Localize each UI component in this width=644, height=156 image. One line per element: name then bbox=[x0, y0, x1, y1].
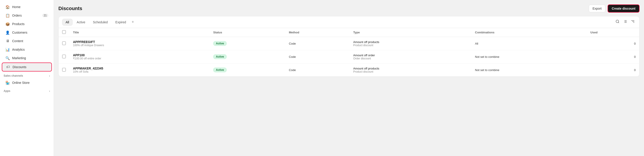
sidebar-item-label: Marketing bbox=[12, 56, 26, 60]
sidebar-item-orders[interactable]: 📋 Orders 21 bbox=[2, 11, 52, 19]
sidebar-item-label: Content bbox=[12, 39, 23, 43]
home-icon: 🏠 bbox=[6, 5, 10, 9]
sidebar-item-marketing[interactable]: 🔍 Marketing bbox=[2, 54, 52, 62]
header-actions: Export Create discount bbox=[589, 4, 640, 12]
title-col-header: Title bbox=[70, 28, 210, 37]
status-cell: Active bbox=[210, 37, 285, 50]
tab-scheduled[interactable]: Scheduled bbox=[90, 19, 111, 25]
search-icon bbox=[616, 19, 620, 23]
chevron-right-icon: › bbox=[49, 89, 50, 93]
analytics-icon: 📊 bbox=[6, 47, 10, 52]
status-cell: Active bbox=[210, 63, 285, 77]
select-all-checkbox[interactable] bbox=[62, 30, 66, 34]
add-tab-button[interactable]: + bbox=[130, 20, 136, 24]
sidebar-item-label: Online Store bbox=[12, 81, 30, 85]
content-icon: 🖥 bbox=[6, 39, 10, 43]
create-discount-button[interactable]: Create discount bbox=[608, 4, 640, 12]
row-checkbox-cell bbox=[58, 50, 70, 63]
sidebar: 🏠 Home 📋 Orders 21 📦 Products 👤 Customer… bbox=[0, 0, 54, 156]
combinations-cell: Not set to combine bbox=[471, 50, 587, 63]
tabs-right bbox=[614, 19, 636, 25]
discounts-icon: 🏷 bbox=[6, 65, 10, 69]
status-badge: Active bbox=[213, 54, 226, 59]
sidebar-item-online-store[interactable]: 🏪 Online Store bbox=[2, 79, 52, 87]
chevron-right-icon: › bbox=[49, 74, 50, 78]
sidebar-item-label: Discounts bbox=[12, 65, 26, 69]
sidebar-item-home[interactable]: 🏠 Home bbox=[2, 3, 52, 11]
status-col-header: Status bbox=[210, 28, 285, 37]
sidebar-item-analytics[interactable]: 📊 Analytics bbox=[2, 45, 52, 54]
svg-point-0 bbox=[616, 20, 619, 23]
table-row[interactable]: APPFREEGIFT 100% off Antique Drawers Act… bbox=[58, 37, 639, 50]
used-cell: 0 bbox=[587, 50, 639, 63]
customers-icon: 👤 bbox=[6, 30, 10, 35]
filter-icon bbox=[623, 19, 627, 23]
title-cell: APP100 ₹100.00 off entire order bbox=[70, 50, 210, 63]
sidebar-item-label: Customers bbox=[12, 31, 28, 34]
row-checkbox[interactable] bbox=[62, 55, 66, 58]
used-col-header: Used bbox=[587, 28, 639, 37]
table-row[interactable]: APP100 ₹100.00 off entire order Active C… bbox=[58, 50, 639, 63]
products-icon: 📦 bbox=[6, 22, 10, 26]
sort-button[interactable] bbox=[630, 19, 636, 25]
sort-icon bbox=[631, 19, 635, 23]
used-cell: 0 bbox=[587, 37, 639, 50]
sales-channels-label: Sales channels bbox=[4, 74, 23, 77]
status-badge: Active bbox=[213, 41, 226, 46]
type-cell: Amount off products Product discount bbox=[350, 37, 471, 50]
row-checkbox[interactable] bbox=[62, 68, 66, 71]
discounts-card: All Active Scheduled Expired + bbox=[58, 16, 640, 77]
method-cell: Code bbox=[285, 50, 350, 63]
sales-channels-section: Sales channels › bbox=[0, 72, 54, 78]
method-cell: Code bbox=[285, 63, 350, 77]
sidebar-item-label: Orders bbox=[12, 14, 22, 17]
select-all-col bbox=[58, 28, 70, 37]
type-cell: Amount off products Product discount bbox=[350, 63, 471, 77]
used-cell: 0 bbox=[587, 63, 639, 77]
status-cell: Active bbox=[210, 50, 285, 63]
type-cell: Amount off order Order discount bbox=[350, 50, 471, 63]
tab-expired[interactable]: Expired bbox=[112, 19, 129, 25]
tabs-left: All Active Scheduled Expired + bbox=[62, 19, 136, 25]
apps-section: Apps › bbox=[0, 87, 54, 94]
tabs-bar: All Active Scheduled Expired + bbox=[58, 16, 639, 28]
svg-line-1 bbox=[618, 22, 619, 23]
discounts-table: Title Status Method Type Combinations bbox=[58, 28, 639, 76]
page-header: Discounts Export Create discount bbox=[58, 4, 640, 12]
orders-badge: 21 bbox=[42, 14, 48, 17]
method-col-header: Method bbox=[285, 28, 350, 37]
apps-label: Apps bbox=[4, 89, 10, 93]
combinations-cell: All bbox=[471, 37, 587, 50]
marketing-icon: 🔍 bbox=[6, 56, 10, 60]
title-cell: APPMAKER_422345 10% off Sofa bbox=[70, 63, 210, 77]
search-button[interactable] bbox=[614, 19, 620, 25]
sidebar-item-label: Home bbox=[12, 5, 20, 9]
table-row[interactable]: APPMAKER_422345 10% off Sofa Active Code… bbox=[58, 63, 639, 77]
page-title: Discounts bbox=[58, 5, 82, 11]
row-checkbox-cell bbox=[58, 37, 70, 50]
sidebar-item-content[interactable]: 🖥 Content bbox=[2, 37, 52, 45]
sidebar-item-label: Products bbox=[12, 22, 24, 26]
tab-active[interactable]: Active bbox=[74, 19, 89, 25]
sidebar-item-discounts[interactable]: 🏷 Discounts bbox=[2, 63, 52, 71]
sidebar-item-label: Analytics bbox=[12, 48, 25, 51]
online-store-icon: 🏪 bbox=[6, 80, 10, 85]
orders-icon: 📋 bbox=[6, 13, 10, 18]
combinations-col-header: Combinations bbox=[471, 28, 587, 37]
sidebar-item-customers[interactable]: 👤 Customers bbox=[2, 28, 52, 36]
filter-button[interactable] bbox=[622, 19, 628, 25]
combinations-cell: Not set to combine bbox=[471, 63, 587, 77]
sidebar-item-products[interactable]: 📦 Products bbox=[2, 20, 52, 28]
export-button[interactable]: Export bbox=[589, 5, 606, 12]
row-checkbox[interactable] bbox=[62, 41, 66, 45]
tab-all[interactable]: All bbox=[62, 19, 72, 25]
method-cell: Code bbox=[285, 37, 350, 50]
row-checkbox-cell bbox=[58, 63, 70, 77]
title-cell: APPFREEGIFT 100% off Antique Drawers bbox=[70, 37, 210, 50]
type-col-header: Type bbox=[350, 28, 471, 37]
status-badge: Active bbox=[213, 67, 226, 72]
main-content: Discounts Export Create discount All Act… bbox=[54, 0, 644, 156]
